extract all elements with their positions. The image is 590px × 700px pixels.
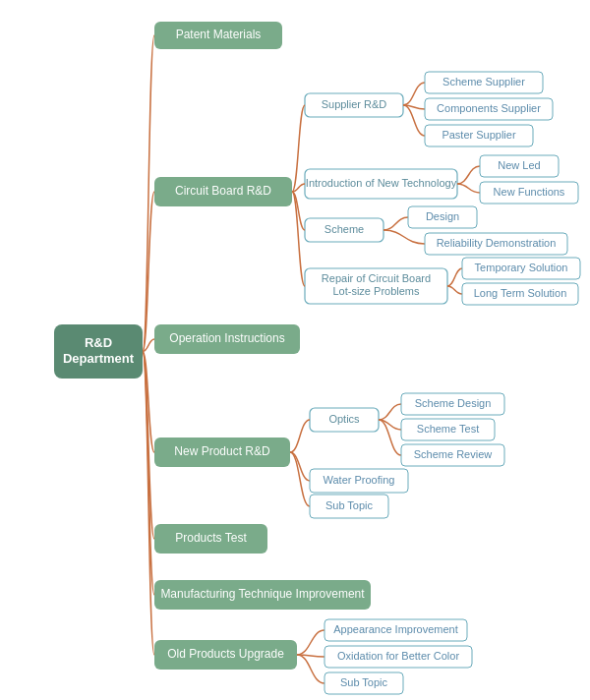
svg-text:Appearance Improvement: Appearance Improvement	[333, 623, 458, 635]
svg-text:Scheme Design: Scheme Design	[415, 397, 492, 409]
mindmap-svg: R&DDepartmentPatent MaterialsCircuit Boa…	[0, 0, 590, 700]
svg-text:R&D: R&D	[85, 335, 112, 350]
svg-text:Department: Department	[63, 351, 135, 366]
svg-text:Paster Supplier: Paster Supplier	[442, 129, 516, 141]
svg-text:New Led: New Led	[498, 159, 540, 171]
svg-text:Components Supplier: Components Supplier	[437, 102, 541, 114]
svg-text:Scheme Supplier: Scheme Supplier	[442, 76, 525, 88]
svg-text:New Functions: New Functions	[494, 186, 565, 198]
svg-text:Sub Topic: Sub Topic	[340, 676, 388, 688]
svg-text:Reliability Demonstration: Reliability Demonstration	[437, 237, 557, 249]
svg-text:Introduction of New Technology: Introduction of New Technology	[306, 177, 457, 189]
svg-text:Old Products Upgrade: Old Products Upgrade	[167, 647, 284, 661]
svg-text:Temporary Solution: Temporary Solution	[475, 262, 568, 273]
svg-text:Supplier R&D: Supplier R&D	[322, 98, 387, 110]
svg-text:Sub Topic: Sub Topic	[325, 499, 374, 511]
svg-text:Patent Materials: Patent Materials	[176, 28, 262, 41]
svg-text:Scheme  Review: Scheme Review	[414, 448, 493, 460]
svg-text:Water Proofing: Water Proofing	[324, 474, 395, 486]
svg-text:Repair of Circuit Board: Repair of Circuit Board	[322, 272, 431, 284]
svg-text:Scheme  Test: Scheme Test	[417, 423, 479, 435]
svg-text:Optics: Optics	[328, 413, 360, 425]
svg-text:Manufacturing Technique Improv: Manufacturing Technique Improvement	[160, 587, 365, 601]
svg-text:Operation Instructions: Operation Instructions	[169, 331, 284, 345]
svg-text:New Product R&D: New Product R&D	[174, 444, 270, 458]
svg-text:Lot-size Problems: Lot-size Problems	[332, 285, 420, 297]
svg-text:Long Term Solution: Long Term Solution	[474, 287, 567, 299]
svg-text:Oxidation for Better Color: Oxidation for Better Color	[337, 650, 459, 662]
svg-text:Products Test: Products Test	[175, 531, 247, 545]
svg-text:Design: Design	[426, 210, 459, 222]
svg-text:Circuit Board R&D: Circuit Board R&D	[175, 184, 271, 198]
svg-text:Scheme: Scheme	[324, 223, 364, 235]
